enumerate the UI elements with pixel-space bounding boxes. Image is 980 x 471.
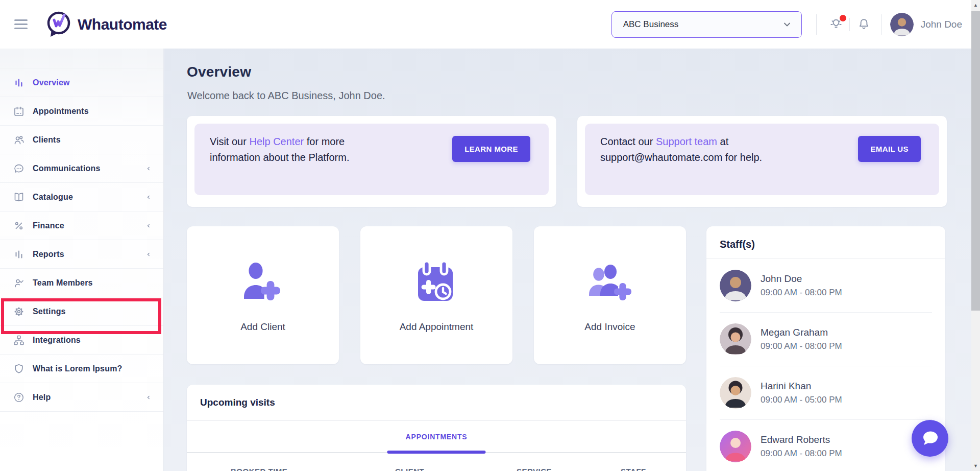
sidebar-item-appointments[interactable]: Appointments	[0, 97, 163, 126]
brand-name: Whautomate	[78, 16, 167, 33]
column-header-staff: STAFF	[621, 467, 686, 471]
page-title: Overview	[187, 64, 251, 80]
action-card-label: Add Appointment	[400, 321, 474, 333]
scrollbar: ▲ ▼	[971, 0, 980, 471]
staff-hours: 09:00 AM - 08:00 PM	[761, 449, 842, 459]
staff-panel: Staff(s) John Doe 09:00 AM - 08:00 PM Me…	[706, 226, 945, 471]
staff-avatar	[720, 270, 751, 301]
help-center-link[interactable]: Help Center	[249, 136, 304, 147]
upcoming-visits-title: Upcoming visits	[187, 385, 686, 420]
staff-avatar	[720, 377, 751, 409]
add-appointment-icon	[410, 258, 463, 307]
staff-name: Harini Khan	[761, 381, 842, 392]
sidebar-item-what-is-lorem-ipsum[interactable]: What is Lorem Ipsum?	[0, 355, 163, 383]
business-selector-dropdown[interactable]: ABC Business	[611, 11, 802, 38]
help-center-card: Visit our Help Center for more informati…	[187, 116, 556, 207]
staff-row[interactable]: John Doe 09:00 AM - 08:00 PM	[706, 259, 945, 312]
sidebar-item-label: Finance	[33, 221, 145, 230]
sitemap-icon	[13, 335, 24, 346]
scrollbar-up-arrow[interactable]: ▲	[971, 0, 980, 10]
sidebar-item-label: Clients	[33, 135, 152, 145]
sidebar-nav: Overview Appointments Clients	[0, 49, 164, 471]
action-card-label: Add Invoice	[584, 321, 635, 333]
staff-hours: 09:00 AM - 08:00 PM	[761, 341, 842, 351]
support-card: Contact our Support team at support@whau…	[577, 116, 947, 207]
chevron-down-icon	[782, 19, 792, 30]
sidebar-item-label: Appointments	[33, 107, 152, 116]
users-icon	[13, 134, 24, 146]
app-header: Whautomate ABC Business John Doe	[0, 0, 971, 49]
user-menu[interactable]: John Doe	[890, 13, 962, 36]
main-content: Overview Welcome back to ABC Business, J…	[164, 49, 971, 471]
upcoming-visits-card: Upcoming visits APPOINTMENTS BOOKED TIME…	[187, 385, 686, 471]
user-avatar	[890, 13, 914, 36]
staff-hours: 09:00 AM - 05:00 PM	[761, 395, 842, 405]
sidebar-item-settings[interactable]: Settings	[0, 297, 163, 326]
column-header-service: SERVICE	[517, 467, 621, 471]
whautomate-logo-icon	[45, 10, 72, 39]
chevron-left-icon	[145, 165, 152, 172]
sidebar-item-label: Settings	[33, 307, 152, 316]
sidebar-item-label: Catalogue	[33, 193, 145, 202]
column-header-client: CLIENT	[395, 467, 517, 471]
business-selector-value: ABC Business	[623, 19, 782, 30]
sidebar-item-label: Reports	[33, 250, 145, 259]
email-us-button[interactable]: EMAIL US	[858, 136, 921, 162]
shield-icon	[13, 363, 24, 374]
chevron-left-icon	[145, 222, 152, 229]
calendar-icon	[13, 106, 24, 117]
book-icon	[13, 192, 24, 203]
action-card-label: Add Client	[240, 321, 285, 333]
sidebar-item-integrations[interactable]: Integrations	[0, 326, 163, 355]
bar-chart-icon	[13, 77, 24, 88]
staff-row[interactable]: Harini Khan 09:00 AM - 05:00 PM	[706, 366, 945, 419]
sidebar-item-label: Team Members	[33, 278, 152, 288]
learn-more-button[interactable]: LEARN MORE	[452, 136, 530, 162]
sidebar-item-communications[interactable]: Communications	[0, 154, 163, 183]
help-center-text: Visit our Help Center for more informati…	[210, 134, 394, 166]
add-invoice-card[interactable]: Add Invoice	[534, 226, 686, 364]
add-client-icon	[236, 258, 289, 307]
user-name: John Doe	[921, 19, 962, 30]
tab-appointments[interactable]: APPOINTMENTS	[406, 433, 468, 441]
welcome-message: Welcome back to ABC Business, John Doe.	[187, 90, 385, 102]
sidebar-item-help[interactable]: Help	[0, 383, 163, 412]
tips-button[interactable]	[825, 13, 847, 36]
gear-icon	[13, 306, 24, 317]
sidebar-item-label: Integrations	[33, 336, 152, 345]
chat-widget-button[interactable]	[912, 420, 948, 457]
support-text: Contact our Support team at support@whau…	[600, 134, 784, 166]
chevron-left-icon	[145, 251, 152, 258]
sidebar-item-catalogue[interactable]: Catalogue	[0, 183, 163, 211]
sidebar-item-label: Help	[33, 393, 145, 402]
column-header-booked-time: BOOKED TIME	[231, 467, 395, 471]
scrollbar-thumb[interactable]	[971, 11, 980, 311]
chevron-left-icon	[145, 194, 152, 201]
tab-active-indicator	[387, 451, 486, 454]
add-invoice-icon	[583, 258, 636, 307]
add-appointment-card[interactable]: Add Appointment	[360, 226, 512, 364]
sidebar-item-overview[interactable]: Overview	[0, 68, 163, 97]
menu-toggle-button[interactable]	[14, 17, 32, 32]
question-icon	[13, 392, 24, 403]
percent-icon	[13, 220, 24, 231]
notifications-button[interactable]	[853, 13, 875, 36]
sidebar-item-reports[interactable]: Reports	[0, 240, 163, 269]
chevron-left-icon	[145, 394, 152, 401]
staff-name: Megan Graham	[761, 327, 842, 338]
staff-row[interactable]: Megan Graham 09:00 AM - 08:00 PM	[706, 313, 945, 366]
brand-logo[interactable]: Whautomate	[45, 10, 167, 39]
support-team-link[interactable]: Support team	[656, 136, 717, 147]
sidebar-item-team-members[interactable]: Team Members	[0, 269, 163, 297]
sidebar-item-label: Communications	[33, 164, 145, 173]
staff-row[interactable]: Edward Roberts 09:00 AM - 08:00 PM	[706, 420, 945, 471]
chat-icon	[13, 163, 24, 174]
visits-tab-bar: APPOINTMENTS	[187, 421, 686, 453]
sidebar-item-clients[interactable]: Clients	[0, 126, 163, 154]
user-check-icon	[13, 277, 24, 289]
sidebar-item-finance[interactable]: Finance	[0, 211, 163, 240]
add-client-card[interactable]: Add Client	[187, 226, 339, 364]
chat-bubble-icon	[920, 430, 940, 447]
scrollbar-down-arrow[interactable]: ▼	[971, 461, 980, 471]
staff-name: Edward Roberts	[761, 434, 842, 445]
